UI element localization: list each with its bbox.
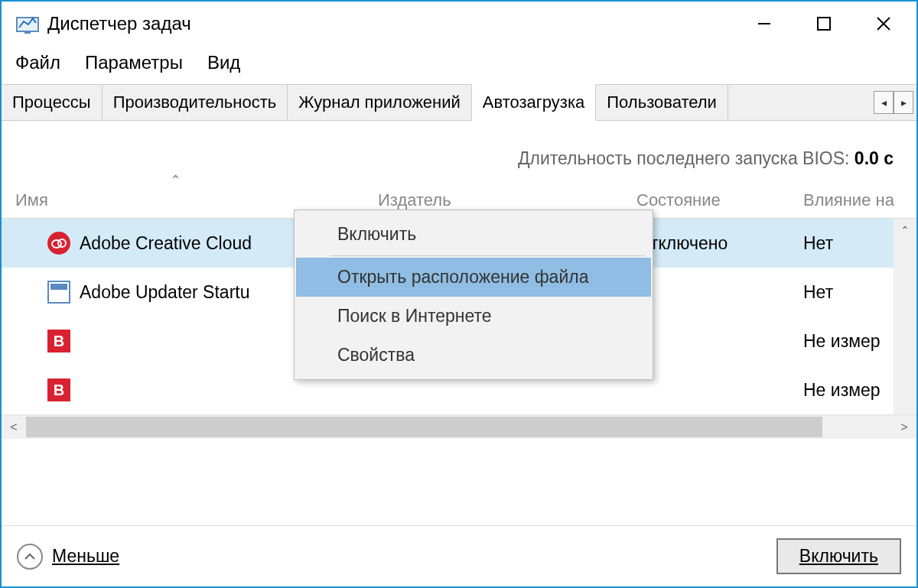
tab-processes[interactable]: Процессы <box>2 85 103 120</box>
column-state[interactable]: Состояние <box>627 190 794 210</box>
close-button[interactable] <box>854 5 913 43</box>
menu-view[interactable]: Вид <box>207 52 240 73</box>
scroll-track[interactable] <box>26 415 892 439</box>
scroll-thumb[interactable] <box>26 417 822 437</box>
sort-indicator-icon: ⌃ <box>170 172 181 189</box>
tab-scroll-right[interactable]: ▸ <box>894 91 913 114</box>
tab-app-history[interactable]: Журнал приложений <box>288 85 472 120</box>
window-controls <box>734 5 913 43</box>
tab-users[interactable]: Пользователи <box>596 85 728 120</box>
updater-icon <box>47 281 70 304</box>
tab-startup[interactable]: Автозагрузка <box>472 84 596 121</box>
horizontal-scrollbar[interactable]: < > <box>2 414 916 439</box>
ctx-enable[interactable]: Включить <box>296 215 651 254</box>
creative-cloud-icon <box>47 232 70 255</box>
enable-button[interactable]: Включить <box>776 538 901 574</box>
footer: Меньше Включить <box>2 525 916 586</box>
context-menu: Включить Открыть расположение файла Поис… <box>294 210 653 380</box>
maximize-button[interactable] <box>794 5 854 43</box>
tabstrip: Процессы Производительность Журнал прило… <box>2 84 916 121</box>
ctx-open-file-location[interactable]: Открыть расположение файла <box>296 258 651 297</box>
ctx-separator <box>330 255 645 256</box>
row-name: Adobe Creative Cloud <box>80 233 252 254</box>
menu-file[interactable]: Файл <box>15 52 60 73</box>
tab-performance[interactable]: Производительность <box>103 85 288 120</box>
tab-scroll-left[interactable]: ◂ <box>874 91 894 114</box>
task-manager-icon <box>15 11 40 36</box>
row-name: Adobe Updater Startu <box>80 282 249 303</box>
bios-status-label: Длительность последнего запуска BIOS: <box>518 148 850 168</box>
b-icon: B <box>47 330 70 352</box>
svg-point-7 <box>58 239 66 247</box>
scroll-right-icon[interactable]: > <box>892 421 916 434</box>
svg-rect-1 <box>24 31 31 34</box>
minimize-button[interactable] <box>734 5 794 43</box>
column-impact[interactable]: Влияние на <box>794 190 916 210</box>
chevron-up-icon <box>17 544 43 570</box>
scroll-up-icon[interactable]: ⌃ <box>894 219 916 242</box>
ctx-properties[interactable]: Свойства <box>296 336 651 375</box>
scroll-left-icon[interactable]: < <box>2 421 26 434</box>
svg-rect-3 <box>818 18 830 30</box>
ctx-search-online[interactable]: Поиск в Интернете <box>296 297 651 336</box>
fewer-details-button[interactable]: Меньше <box>17 544 119 570</box>
b-icon: B <box>47 378 70 401</box>
menu-options[interactable]: Параметры <box>85 52 183 73</box>
column-name[interactable]: Имя <box>2 190 369 210</box>
vertical-scrollbar[interactable]: ⌃ <box>894 219 916 414</box>
bios-status: Длительность последнего запуска BIOS: 0.… <box>2 121 916 190</box>
startup-table: Adobe Creative Cloud Adobe Systems Incor… <box>2 219 916 414</box>
bios-status-value: 0.0 с <box>855 148 894 168</box>
window-title: Диспетчер задач <box>47 13 734 34</box>
menubar: Файл Параметры Вид <box>2 46 916 84</box>
column-publisher[interactable]: Издатель <box>369 190 627 210</box>
fewer-label: Меньше <box>52 546 119 567</box>
titlebar: Диспетчер задач <box>2 2 916 46</box>
